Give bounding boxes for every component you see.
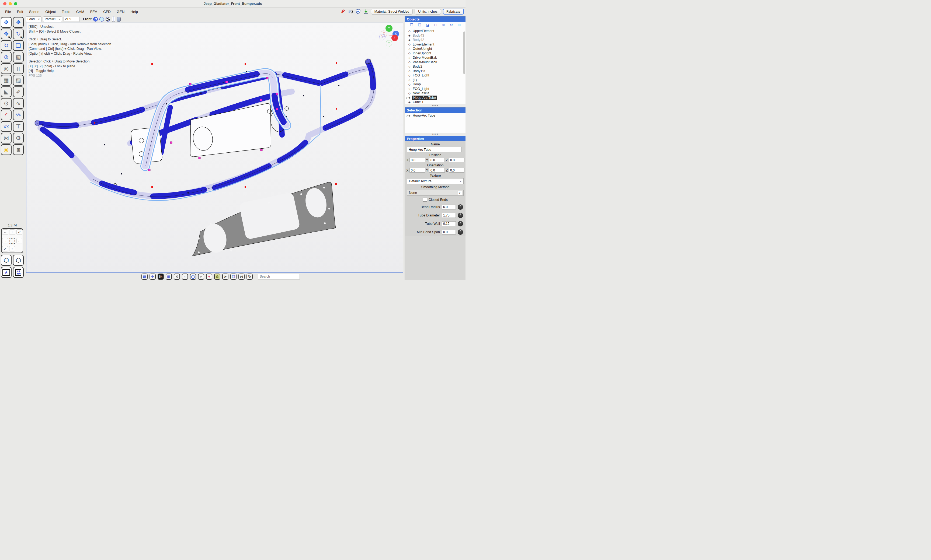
close-window-icon[interactable]	[3, 2, 6, 5]
orientation-x-input[interactable]	[410, 168, 425, 172]
bend-radius-input[interactable]	[442, 205, 456, 209]
polyline-pen-tool[interactable]: 5✎	[13, 109, 24, 120]
menu-scene[interactable]: Scene	[26, 10, 42, 14]
window-controls[interactable]	[3, 2, 17, 5]
object-row-hoop-arc-tube[interactable]: ▷◈Hoop-Arc Tube	[405, 95, 466, 100]
menu-edit[interactable]: Edit	[14, 10, 26, 14]
favorite-heart-icon[interactable]: ♥	[206, 274, 212, 280]
position-z-input[interactable]	[449, 158, 464, 162]
move-select-tool[interactable]: ✥	[1, 17, 12, 28]
orientation-z-input[interactable]	[449, 168, 464, 172]
view-down-arrow[interactable]: ↓	[9, 229, 15, 235]
selection-list[interactable]: ▷◈Hoop-Arc Tube	[405, 113, 466, 133]
projection-select[interactable]: Parallel∨	[43, 17, 62, 22]
name-input[interactable]	[407, 147, 461, 152]
expander-icon[interactable]: ▷	[406, 96, 408, 99]
fascia-plate[interactable]	[192, 182, 336, 256]
menu-cfd[interactable]: CFD	[100, 10, 114, 14]
tube-diameter-input[interactable]	[442, 213, 456, 218]
rotate-tool[interactable]: ↻	[1, 40, 12, 51]
texture-select[interactable]: Default Texture∨	[407, 178, 464, 184]
axis-gizmo[interactable]: Z X Y X Y Z	[379, 25, 399, 46]
object-row-hoop[interactable]: ◇Hoop	[405, 82, 466, 87]
orientation-y-input[interactable]	[429, 168, 445, 172]
cube-primitive-tool[interactable]: ▧	[13, 52, 24, 63]
smoothing-method-select[interactable]: None∨	[407, 190, 464, 196]
elbow-pipe-icon[interactable]: ⌐	[198, 274, 204, 280]
expander-icon[interactable]: ▷	[406, 114, 408, 117]
maximize-window-icon[interactable]	[14, 2, 17, 5]
object-row-upperelement[interactable]: ◇UpperElement	[405, 29, 466, 33]
object-row-body1-3[interactable]: ◇Body1:3	[405, 69, 466, 74]
shield-star-icon[interactable]	[355, 9, 361, 15]
panel-kite-tool[interactable]: ⋈	[1, 133, 12, 143]
flat-view-icon[interactable]	[99, 17, 104, 22]
sync-icon[interactable]	[347, 9, 353, 15]
tube-diameter-knob[interactable]	[458, 213, 463, 218]
isometric-view-alt-button[interactable]: ⬡	[13, 255, 24, 266]
dimension-tool[interactable]: XX	[1, 121, 12, 132]
render-tv-icon[interactable]: ▥	[166, 274, 172, 280]
menu-file[interactable]: File	[2, 10, 14, 14]
object-row-cube-1[interactable]: ◈Cube 1	[405, 100, 466, 104]
t-junction-tool[interactable]: ⊤	[13, 121, 24, 132]
shaded-view-icon[interactable]	[93, 17, 98, 22]
snap-lines-icon[interactable]: ✕	[174, 274, 180, 280]
units-button[interactable]: Units: inches	[415, 9, 441, 15]
menu-gen[interactable]: GEN	[114, 10, 128, 14]
refresh-icon[interactable]: ↻	[247, 274, 253, 280]
globe-tool[interactable]: ⊕	[1, 52, 12, 63]
view-upright-arrow[interactable]: ↗	[2, 246, 8, 251]
minimize-window-icon[interactable]	[9, 2, 12, 5]
download-icon[interactable]	[363, 9, 369, 15]
arc-tool[interactable]: ◜	[1, 109, 12, 120]
object-row-fog-light[interactable]: ◇FOG_Light	[405, 87, 466, 91]
box-select-tool[interactable]: ❏	[13, 40, 24, 51]
sweep-icon[interactable]: ≋	[442, 23, 445, 27]
zebra-view-icon[interactable]	[106, 17, 110, 22]
solid-cylinder-icon[interactable]	[117, 17, 121, 22]
isometric-view-button[interactable]: ⬡	[1, 255, 12, 266]
spline-tool[interactable]: ∿	[13, 98, 24, 109]
objects-list[interactable]: ◇UpperElement◈Body43◈Body42◇LowerElement…	[405, 28, 466, 104]
circle-radius-tool[interactable]: ⊙	[1, 98, 12, 109]
grid-surface-tool[interactable]: ▦	[1, 75, 12, 86]
panel-splitter[interactable]: ●●●	[405, 104, 466, 108]
material-button[interactable]: Material: Struct Welded	[371, 9, 413, 15]
menu-fea[interactable]: FEA	[87, 10, 100, 14]
shader-icon[interactable]: Sh	[157, 274, 164, 280]
object-row--1-[interactable]: ◇(1)	[405, 78, 466, 82]
object-row-drivermountbak[interactable]: ◇DriverMountBak	[405, 55, 466, 60]
pan-view-tool[interactable]: ✥◉	[1, 29, 12, 39]
zoom-level-input[interactable]	[63, 17, 80, 22]
object-row-lowerelement[interactable]: ◇LowerElement	[405, 42, 466, 47]
objects-scrollbar[interactable]	[463, 31, 465, 74]
menu-tools[interactable]: Tools	[59, 10, 73, 14]
object-row-passmountback[interactable]: ◇PassMountBack	[405, 60, 466, 65]
edit-path-tool[interactable]: ✐	[13, 86, 24, 97]
view-up-arrow[interactable]: ↑	[9, 246, 15, 251]
folder-icon[interactable]: ❒	[410, 23, 413, 27]
quad-view-button[interactable]: ★★★★	[13, 267, 24, 278]
rocket-icon[interactable]	[340, 9, 345, 15]
subtract-icon[interactable]: ◪	[426, 23, 429, 27]
light-tool[interactable]: ◉	[1, 144, 12, 155]
move-tool[interactable]: ✥	[13, 17, 24, 28]
g-tag-icon[interactable]: G	[214, 274, 220, 280]
bend-radius-knob[interactable]	[458, 205, 463, 210]
object-row-hoop-arc-tube[interactable]: ▷◈Hoop-Arc Tube	[405, 113, 466, 118]
menu-cam[interactable]: CAM	[73, 10, 87, 14]
orbit-view-tool[interactable]: ↻◉	[13, 29, 24, 39]
view-cube-widget[interactable]: ← ↓ ↙ → ← ↗ ↑ ⬚	[1, 228, 23, 253]
orientation-cube-icon[interactable]: ⬚	[8, 236, 16, 245]
view-left-arrow[interactable]: ←	[2, 229, 8, 235]
tube-section-icon[interactable]: ◯	[190, 274, 196, 280]
collapse-center-icon[interactable]: ✛	[150, 274, 156, 280]
cylinder-primitive-tool[interactable]: ▯	[13, 63, 24, 74]
menu-help[interactable]: Help	[128, 10, 141, 14]
position-y-input[interactable]	[429, 158, 445, 162]
viewport[interactable]: [ESC] - UnselectShift + [Q] - Select & M…	[26, 23, 403, 273]
object-row-innerupright[interactable]: ◇InnerUpright	[405, 51, 466, 56]
load-select[interactable]: Load∨	[26, 17, 42, 22]
shape-sketch-tool[interactable]: ◣	[1, 86, 12, 97]
